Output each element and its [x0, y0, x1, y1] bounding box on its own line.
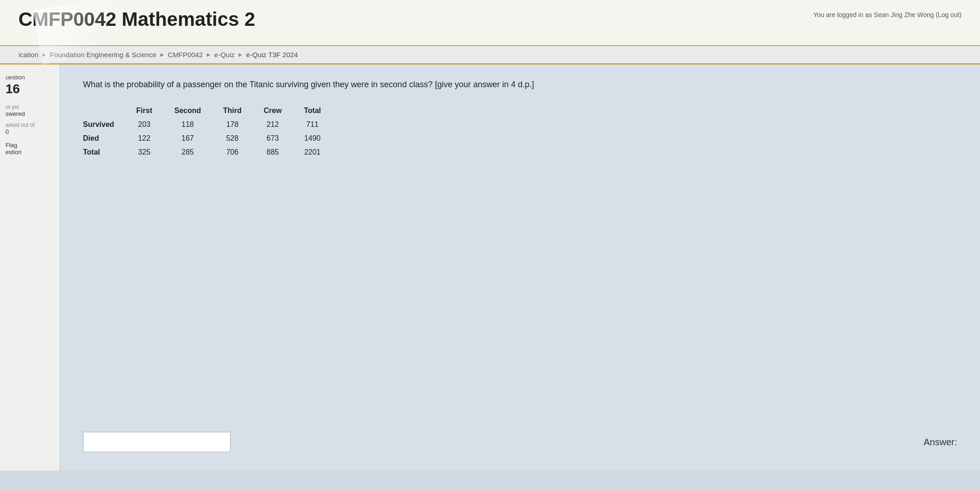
- sidebar-status-value: swered: [6, 110, 54, 117]
- table-header-row: First Second Third Crew Total: [83, 104, 332, 118]
- col-header-third: Third: [212, 104, 253, 118]
- page-header: CMFP0042 Mathematics 2 You are logged in…: [0, 0, 980, 46]
- flag-label: Flag: [6, 142, 54, 149]
- sidebar-status: ot yet swered: [6, 104, 54, 117]
- row-died-label: Died: [83, 131, 125, 145]
- col-header-first: First: [125, 104, 164, 118]
- table-row: Survived 203 118 178 212 711: [83, 118, 332, 131]
- col-header-empty: [83, 104, 125, 118]
- breadcrumb-sep-3: ►: [206, 51, 212, 58]
- breadcrumb-item-5: e-Quiz T3F 2024: [246, 51, 298, 59]
- breadcrumb-sep-4: ►: [237, 51, 243, 58]
- died-total: 1490: [293, 131, 332, 145]
- main-layout: uestion 16 ot yet swered arked out of 0 …: [0, 65, 980, 471]
- survived-total: 711: [293, 118, 332, 131]
- total-crew: 885: [253, 145, 293, 159]
- survived-crew: 212: [253, 118, 293, 131]
- sidebar-grade: arked out of 0: [6, 122, 54, 135]
- sidebar-question-label: uestion: [6, 74, 54, 81]
- content-area: What is the probability of a passenger o…: [60, 65, 980, 471]
- total-second: 285: [163, 145, 212, 159]
- col-header-second: Second: [163, 104, 212, 118]
- table-row: Total 325 285 706 885 2201: [83, 145, 332, 159]
- survived-first: 203: [125, 118, 164, 131]
- col-header-total: Total: [293, 104, 332, 118]
- sidebar-grade-value: 0: [6, 128, 54, 135]
- died-third: 528: [212, 131, 253, 145]
- breadcrumb-item-4[interactable]: e-Quiz: [214, 51, 235, 59]
- col-header-crew: Crew: [253, 104, 293, 118]
- row-total-label: Total: [83, 145, 125, 159]
- died-first: 122: [125, 131, 164, 145]
- sidebar-flag[interactable]: Flag estion: [6, 142, 54, 155]
- breadcrumb-item-2[interactable]: Foundation Engineering & Science: [50, 51, 156, 59]
- flag-sub: estion: [6, 149, 54, 155]
- login-info: You are logged in as Sean Jing Zhe Wong …: [814, 8, 962, 18]
- title-text: CMFP0042 Mathematics 2: [18, 8, 255, 30]
- died-second: 167: [163, 131, 212, 145]
- table-row: Died 122 167 528 673 1490: [83, 131, 332, 145]
- breadcrumb-sep-1: ►: [41, 51, 47, 58]
- breadcrumb: ication ► Foundation Engineering & Scien…: [0, 46, 980, 65]
- answer-area: Answer:: [83, 432, 957, 452]
- sidebar: uestion 16 ot yet swered arked out of 0 …: [0, 65, 60, 471]
- total-third: 706: [212, 145, 253, 159]
- breadcrumb-item-1[interactable]: ication: [18, 51, 38, 59]
- breadcrumb-sep-2: ►: [159, 51, 165, 58]
- total-total: 2201: [293, 145, 332, 159]
- row-survived-label: Survived: [83, 118, 125, 131]
- died-crew: 673: [253, 131, 293, 145]
- question-text: What is the probability of a passenger o…: [83, 78, 957, 91]
- page-title: CMFP0042 Mathematics 2: [18, 8, 255, 30]
- sidebar-grade-label: arked out of: [6, 122, 54, 128]
- answer-input[interactable]: [83, 432, 230, 452]
- breadcrumb-item-3[interactable]: CMFP0042: [168, 51, 203, 59]
- sidebar-status-label: ot yet: [6, 104, 54, 110]
- survived-second: 118: [163, 118, 212, 131]
- sidebar-question-number: 16: [6, 82, 54, 96]
- answer-label: Answer:: [924, 437, 957, 448]
- titanic-table: First Second Third Crew Total Survived 2…: [83, 104, 332, 159]
- survived-third: 178: [212, 118, 253, 131]
- total-first: 325: [125, 145, 164, 159]
